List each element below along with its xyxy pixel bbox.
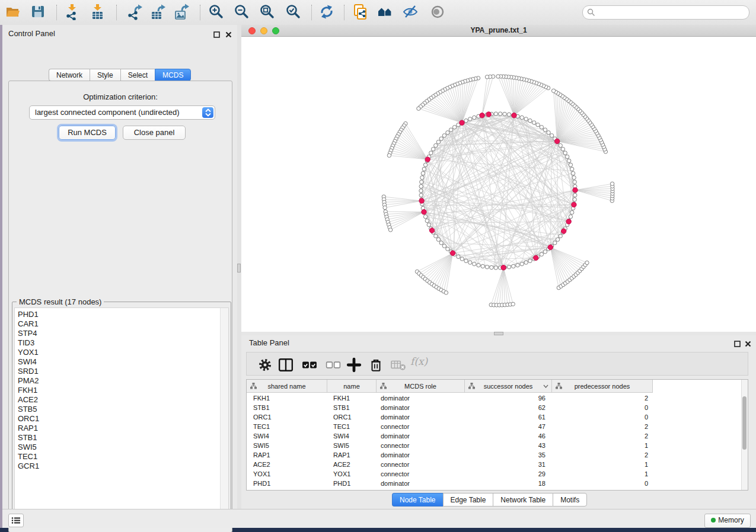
toolbar-separator: [311, 5, 312, 20]
column-header-successor-nodes[interactable]: successor nodes: [465, 380, 552, 393]
sort-chevron-icon[interactable]: [543, 384, 548, 388]
run-mcds-button[interactable]: Run MCDS: [59, 126, 116, 140]
mcds-result-item[interactable]: GCR1: [18, 462, 220, 471]
show-columns-icon[interactable]: [278, 357, 294, 371]
select-all-icon[interactable]: [302, 357, 317, 371]
new-network-from-selection-icon[interactable]: [352, 4, 369, 20]
mcds-result-item[interactable]: ACE2: [18, 395, 220, 405]
tab-select[interactable]: Select: [120, 69, 155, 81]
table-row[interactable]: STB1STB1dominator 620: [247, 403, 742, 412]
tab-node-table[interactable]: Node Table: [392, 493, 443, 507]
zoom-in-icon[interactable]: [208, 4, 225, 20]
export-image-icon[interactable]: [174, 4, 190, 20]
table-row[interactable]: PHD1PHD1dominator 180: [247, 479, 742, 488]
application-window: Control Panel Network Style Select MCDS …: [0, 0, 756, 532]
network-view-window: YPA_prune.txt_1: [241, 25, 756, 332]
network-graph[interactable]: [241, 37, 756, 332]
function-builder-icon-disabled: f(x): [410, 355, 426, 370]
import-table-icon[interactable]: [90, 4, 106, 20]
zoom-out-icon[interactable]: [234, 4, 250, 20]
column-header-shared-name[interactable]: shared name: [247, 380, 327, 393]
column-header-name[interactable]: name: [327, 380, 377, 393]
mcds-result-item[interactable]: TEC1: [18, 452, 220, 462]
first-neighbors-icon[interactable]: [377, 4, 394, 20]
optimization-criterion-select[interactable]: largest connected component (undirected): [29, 105, 215, 120]
mcds-result-item[interactable]: ORC1: [18, 414, 220, 424]
close-panel-button[interactable]: Close panel: [123, 126, 186, 140]
network-window-titlebar[interactable]: YPA_prune.txt_1: [241, 25, 756, 37]
table-settings-gear-icon[interactable]: [257, 357, 273, 371]
memory-status-icon: [711, 518, 716, 523]
zoom-selected-icon[interactable]: [285, 4, 302, 20]
mcds-result-title: MCDS result (17 nodes): [17, 297, 104, 306]
mcds-result-item[interactable]: CAR1: [18, 319, 220, 329]
mcds-result-item[interactable]: SRD1: [18, 367, 220, 376]
task-history-button[interactable]: [8, 514, 24, 527]
mcds-result-item[interactable]: SWI5: [18, 443, 220, 452]
mcds-result-item[interactable]: RAP1: [18, 424, 220, 433]
deselect-all-icon[interactable]: [326, 357, 341, 371]
table-panel-tabs: Node Table Edge Table Network Table Moti…: [392, 493, 587, 507]
memory-label: Memory: [718, 516, 744, 524]
close-panel-icon[interactable]: [225, 30, 232, 36]
mcds-result-item[interactable]: FKH1: [18, 386, 220, 395]
tab-network[interactable]: Network: [49, 69, 90, 81]
mcds-result-item[interactable]: STP4: [18, 329, 220, 338]
float-panel-icon[interactable]: [213, 30, 220, 36]
table-row[interactable]: SWI4SWI4dominator 462: [247, 431, 742, 441]
mcds-result-item[interactable]: PMA2: [18, 376, 220, 386]
mcds-result-item[interactable]: PHD1: [18, 310, 220, 319]
mcds-result-item[interactable]: TID3: [18, 338, 220, 348]
save-icon[interactable]: [30, 4, 46, 20]
table-scrollbar-thumb[interactable]: [742, 396, 747, 450]
tab-edge-table[interactable]: Edge Table: [443, 493, 493, 507]
delete-column-icon[interactable]: [368, 357, 384, 371]
mcds-result-item[interactable]: YOX1: [18, 348, 220, 357]
tab-motifs[interactable]: Motifs: [553, 493, 587, 507]
add-column-icon[interactable]: [346, 357, 362, 371]
tab-network-table[interactable]: Network Table: [493, 493, 553, 507]
status-bar: Memory: [2, 509, 756, 528]
export-table-icon[interactable]: [150, 4, 167, 20]
table-row[interactable]: RAP1RAP1dominator 352: [247, 450, 742, 460]
mcds-result-item[interactable]: STB5: [18, 405, 220, 414]
delete-table-icon-disabled: [391, 357, 406, 371]
tab-style[interactable]: Style: [90, 69, 120, 81]
mcds-result-item[interactable]: STB1: [18, 433, 220, 443]
table-row[interactable]: FKH1FKH1dominator 962: [247, 393, 742, 403]
zoom-fit-icon[interactable]: [259, 4, 276, 20]
control-panel-tabs: Network Style Select MCDS: [49, 69, 191, 81]
control-panel: Control Panel Network Style Select MCDS …: [2, 25, 237, 509]
table-row[interactable]: ACE2ACE2connector 311: [247, 460, 742, 469]
search-input[interactable]: [582, 5, 749, 20]
export-network-icon[interactable]: [127, 4, 143, 20]
control-panel-title: Control Panel: [8, 29, 55, 38]
memory-button[interactable]: Memory: [704, 514, 751, 528]
node-table-rows: FKH1FKH1dominator 962 STB1STB1dominator …: [247, 393, 742, 490]
optimization-criterion-label: Optimization criterion:: [9, 92, 232, 101]
mcds-result-group: MCDS result (17 nodes) PHD1CAR1STP4TID3Y…: [12, 302, 231, 523]
show-all-icon[interactable]: [429, 4, 446, 20]
mcds-list-scrollbar[interactable]: [220, 308, 228, 520]
tab-mcds[interactable]: MCDS: [155, 69, 191, 81]
hide-selected-icon[interactable]: [403, 4, 419, 20]
node-table-header: shared name name MCDS role successor nod…: [247, 380, 653, 393]
column-header-predecessor-nodes[interactable]: predecessor nodes: [552, 380, 653, 393]
toolbar-separator: [200, 5, 200, 20]
table-row[interactable]: YOX1YOX1connector 291: [247, 469, 742, 479]
vertical-splitter[interactable]: [237, 25, 241, 509]
network-canvas[interactable]: [241, 37, 756, 332]
table-row[interactable]: ORC1ORC1dominator 610: [247, 412, 742, 422]
float-panel-icon[interactable]: [734, 339, 741, 345]
table-row[interactable]: SWI5SWI5connector 431: [247, 441, 742, 450]
table-scrollbar[interactable]: [741, 380, 748, 490]
table-row[interactable]: TEC1TEC1connector 472: [247, 422, 742, 431]
column-header-mcds-role[interactable]: MCDS role: [377, 380, 465, 393]
dropdown-stepper-icon[interactable]: [202, 107, 213, 118]
close-panel-icon[interactable]: [745, 339, 751, 345]
refresh-view-icon[interactable]: [318, 4, 335, 20]
splitter-grip[interactable]: [237, 264, 241, 273]
import-network-icon[interactable]: [64, 4, 81, 20]
open-folder-icon[interactable]: [5, 4, 21, 20]
mcds-result-item[interactable]: SWI4: [18, 357, 220, 367]
